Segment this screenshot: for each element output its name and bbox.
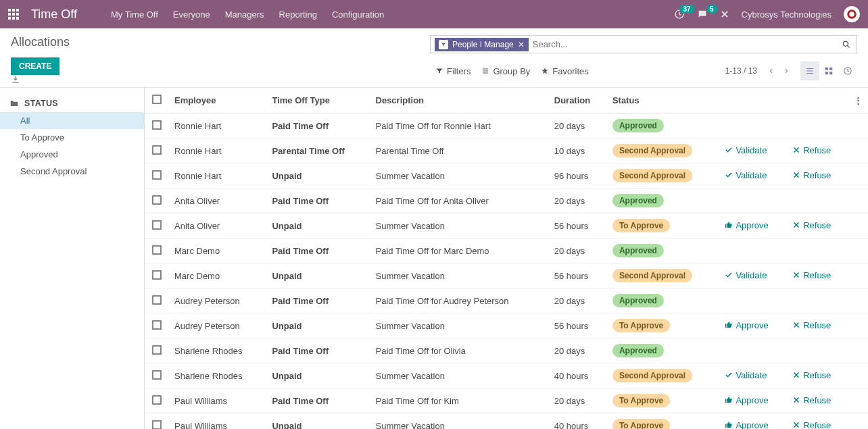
row-checkbox[interactable] [152, 220, 162, 230]
approve-link[interactable]: Approve [725, 320, 768, 330]
apps-icon[interactable] [8, 9, 19, 20]
download-icon[interactable] [11, 75, 430, 84]
row-checkbox[interactable] [152, 170, 162, 180]
status-badge: Approved [612, 119, 664, 132]
filter-chip: People I Manage ✕ [435, 38, 529, 51]
view-activity-icon[interactable] [838, 61, 857, 80]
filters-button[interactable]: Filters [430, 64, 476, 79]
validate-link[interactable]: Validate [725, 370, 767, 380]
table-row[interactable]: Paul WilliamsUnpaidSummer Vacation40 hou… [145, 413, 868, 430]
table-row[interactable]: Audrey PetersonUnpaidSummer Vacation56 h… [145, 313, 868, 338]
refuse-link[interactable]: Refuse [792, 270, 831, 280]
table-row[interactable]: Ronnie HartUnpaidSummer Vacation96 hours… [145, 163, 868, 188]
cell-duration: 40 hours [549, 413, 607, 430]
nav-managers[interactable]: Managers [225, 9, 264, 20]
sidebar-item-approved[interactable]: Approved [0, 146, 144, 163]
approve-link[interactable]: Approve [725, 395, 768, 405]
nav-everyone[interactable]: Everyone [173, 9, 210, 20]
search-icon[interactable] [840, 40, 852, 49]
row-checkbox[interactable] [152, 145, 162, 155]
status-badge: Second Approval [612, 269, 692, 282]
cell-description: Parental Time Off [370, 138, 549, 163]
brand-title[interactable]: Time Off [31, 7, 77, 22]
cell-duration: 56 hours [549, 213, 607, 238]
refuse-link[interactable]: Refuse [792, 420, 831, 429]
validate-link[interactable]: Validate [725, 270, 767, 280]
row-checkbox[interactable] [152, 195, 162, 205]
row-checkbox[interactable] [152, 270, 162, 280]
sidebar-item-all[interactable]: All [0, 112, 144, 129]
sidebar-item-to-approve[interactable]: To Approve [0, 129, 144, 146]
favorites-button[interactable]: Favorites [535, 64, 594, 79]
close-icon[interactable] [720, 9, 729, 19]
cell-action-1: Approve [719, 213, 787, 238]
table-row[interactable]: Audrey PetersonPaid Time OffPaid Time Of… [145, 288, 868, 313]
select-all-checkbox[interactable] [152, 95, 162, 104]
pager-prev[interactable] [764, 66, 779, 76]
pager-next[interactable] [779, 66, 794, 76]
cell-action-1 [719, 113, 787, 138]
search-input[interactable] [529, 37, 840, 51]
refuse-link[interactable]: Refuse [792, 170, 831, 180]
col-duration[interactable]: Duration [549, 88, 607, 113]
avatar[interactable] [844, 6, 860, 22]
row-checkbox[interactable] [152, 245, 162, 255]
cell-action-1: Validate [719, 263, 787, 288]
activity-icon[interactable]: 37 [674, 9, 685, 20]
cell-action-1 [719, 338, 787, 363]
approve-link[interactable]: Approve [725, 420, 768, 429]
sidebar-item-second-approval[interactable]: Second Approval [0, 163, 144, 180]
table-row[interactable]: Ronnie HartPaid Time OffPaid Time Off fo… [145, 113, 868, 138]
row-checkbox[interactable] [152, 320, 162, 330]
cell-duration: 20 days [549, 238, 607, 263]
create-button[interactable]: CREATE [11, 57, 59, 75]
approve-link[interactable]: Approve [725, 220, 768, 230]
cell-status: To Approve [607, 313, 720, 338]
validate-link[interactable]: Validate [725, 145, 767, 155]
toolbar: Filters Group By Favorites 1-13 / 13 [430, 61, 857, 87]
row-checkbox[interactable] [152, 420, 162, 430]
cell-action-1: Validate [719, 163, 787, 188]
filter-chip-remove[interactable]: ✕ [518, 40, 525, 49]
refuse-link[interactable]: Refuse [792, 145, 831, 155]
group-by-button[interactable]: Group By [476, 64, 535, 79]
col-status[interactable]: Status [607, 88, 720, 113]
view-list-icon[interactable] [800, 61, 819, 80]
validate-link[interactable]: Validate [725, 170, 767, 180]
svg-rect-7 [829, 72, 832, 74]
refuse-link[interactable]: Refuse [792, 395, 831, 405]
refuse-link[interactable]: Refuse [792, 320, 831, 330]
row-checkbox[interactable] [152, 345, 162, 355]
column-options-icon[interactable]: ⋮ [848, 88, 868, 113]
table-row[interactable]: Anita OliverUnpaidSummer Vacation56 hour… [145, 213, 868, 238]
cell-action-1: Validate [719, 363, 787, 388]
row-checkbox[interactable] [152, 395, 162, 405]
row-checkbox[interactable] [152, 370, 162, 380]
status-badge: Second Approval [612, 369, 692, 382]
nav-reporting[interactable]: Reporting [279, 9, 317, 20]
refuse-link[interactable]: Refuse [792, 220, 831, 230]
status-badge: To Approve [612, 219, 670, 232]
nav-configuration[interactable]: Configuration [332, 9, 384, 20]
cell-duration: 20 days [549, 338, 607, 363]
refuse-link[interactable]: Refuse [792, 370, 831, 380]
row-checkbox[interactable] [152, 295, 162, 305]
table-row[interactable]: Paul WilliamsPaid Time OffPaid Time Off … [145, 388, 868, 413]
messages-icon[interactable]: 5 [697, 9, 708, 20]
col-type[interactable]: Time Off Type [266, 88, 370, 113]
cell-type: Unpaid [266, 363, 370, 388]
table-row[interactable]: Marc DemoUnpaidSummer Vacation56 hoursSe… [145, 263, 868, 288]
col-employee[interactable]: Employee [169, 88, 266, 113]
col-description[interactable]: Description [370, 88, 549, 113]
table-row[interactable]: Ronnie HartParental Time OffParental Tim… [145, 138, 868, 163]
status-badge: To Approve [612, 419, 670, 429]
table-row[interactable]: Sharlene RhodesUnpaidSummer Vacation40 h… [145, 363, 868, 388]
view-switch [800, 61, 857, 80]
table-row[interactable]: Marc DemoPaid Time OffPaid Time Off for … [145, 238, 868, 263]
row-checkbox[interactable] [152, 120, 162, 130]
nav-my-time-off[interactable]: My Time Off [111, 9, 158, 20]
company-selector[interactable]: Cybrosys Technologies [742, 9, 831, 20]
table-row[interactable]: Sharlene RhodesPaid Time OffPaid Time Of… [145, 338, 868, 363]
view-kanban-icon[interactable] [819, 61, 838, 80]
table-row[interactable]: Anita OliverPaid Time OffPaid Time Off f… [145, 188, 868, 213]
